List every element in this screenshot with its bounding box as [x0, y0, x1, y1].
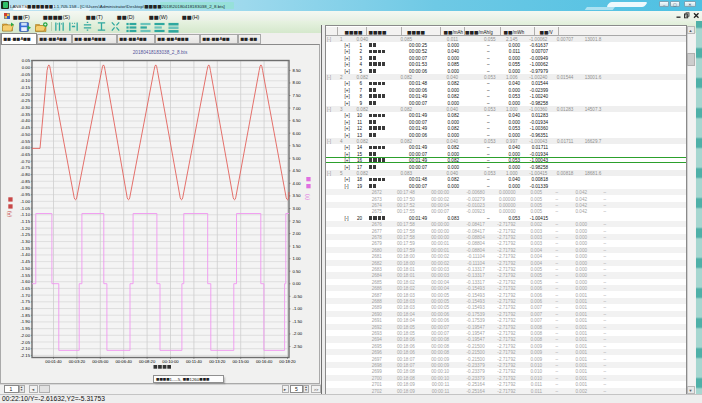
svg-text:-1.50: -1.50 — [293, 319, 303, 324]
svg-text:-0.20: -0.20 — [20, 92, 30, 97]
svg-text:0.50: 0.50 — [293, 269, 302, 274]
svg-text:-0.70: -0.70 — [20, 159, 30, 164]
svg-text:8.50: 8.50 — [293, 68, 302, 73]
svg-text:0.05: 0.05 — [22, 58, 31, 63]
svg-text:00:10:00: 00:10:00 — [162, 359, 179, 364]
svg-text:2.50: 2.50 — [293, 219, 302, 224]
svg-text:-1.75: -1.75 — [20, 299, 30, 304]
svg-text:00:08:20: 00:08:20 — [139, 359, 156, 364]
svg-text:5.00: 5.00 — [293, 156, 302, 161]
svg-text:-1.85: -1.85 — [20, 313, 30, 318]
svg-text:-0.10: -0.10 — [20, 78, 30, 83]
svg-text:3.00: 3.00 — [293, 206, 302, 211]
svg-text:-2.50: -2.50 — [293, 344, 303, 349]
svg-text:-1.15: -1.15 — [20, 219, 30, 224]
svg-text:7.50: 7.50 — [293, 93, 302, 98]
svg-text:-0.05: -0.05 — [20, 72, 30, 77]
svg-text:-2.00: -2.00 — [20, 333, 30, 338]
svg-text:3.50: 3.50 — [293, 193, 302, 198]
svg-text:00:01:40: 00:01:40 — [45, 359, 62, 364]
svg-text:-0.50: -0.50 — [20, 132, 30, 137]
svg-text:-1.05: -1.05 — [20, 206, 30, 211]
svg-text:-0.45: -0.45 — [20, 125, 30, 130]
svg-text:00:03:20: 00:03:20 — [69, 359, 86, 364]
svg-text:-1.80: -1.80 — [20, 306, 30, 311]
svg-text:6.00: 6.00 — [293, 131, 302, 136]
svg-text:-1.25: -1.25 — [20, 232, 30, 237]
svg-text:-0.90: -0.90 — [20, 185, 30, 190]
svg-text:-1.30: -1.30 — [20, 239, 30, 244]
svg-text:4.00: 4.00 — [293, 181, 302, 186]
svg-text:-0.60: -0.60 — [20, 145, 30, 150]
svg-text:(V): (V) — [305, 194, 310, 201]
svg-text:-0.65: -0.65 — [20, 152, 30, 157]
svg-text:-1.60: -1.60 — [20, 279, 30, 284]
svg-text:5.50: 5.50 — [293, 143, 302, 148]
svg-text:1.50: 1.50 — [293, 244, 302, 249]
svg-text:00:11:40: 00:11:40 — [186, 359, 203, 364]
svg-text:-0.30: -0.30 — [20, 105, 30, 110]
svg-text:-0.35: -0.35 — [20, 112, 30, 117]
svg-text:-2.15: -2.15 — [20, 353, 30, 358]
svg-text:0.00: 0.00 — [22, 65, 31, 70]
svg-text:-1.90: -1.90 — [20, 319, 30, 324]
svg-text:00:15:00: 00:15:00 — [233, 359, 250, 364]
svg-text:-2.00: -2.00 — [293, 331, 303, 336]
svg-text:00:13:20: 00:13:20 — [209, 359, 226, 364]
svg-text:00:16:40: 00:16:40 — [256, 359, 273, 364]
svg-text:-0.80: -0.80 — [20, 172, 30, 177]
svg-text:2.00: 2.00 — [293, 231, 302, 236]
svg-text:-1.50: -1.50 — [20, 266, 30, 271]
svg-text:-0.55: -0.55 — [20, 139, 30, 144]
svg-text:-0.50: -0.50 — [293, 294, 303, 299]
svg-text:(A): (A) — [7, 211, 12, 218]
svg-text:00:05:00: 00:05:00 — [92, 359, 109, 364]
svg-text:-1.10: -1.10 — [20, 212, 30, 217]
svg-text:-0.85: -0.85 — [20, 179, 30, 184]
svg-text:-0.40: -0.40 — [20, 118, 30, 123]
svg-text:-1.40: -1.40 — [20, 252, 30, 257]
svg-text:-1.45: -1.45 — [20, 259, 30, 264]
svg-text:-1.20: -1.20 — [20, 226, 30, 231]
svg-text:-0.25: -0.25 — [20, 98, 30, 103]
svg-text:-1.55: -1.55 — [20, 273, 30, 278]
svg-text:-1.65: -1.65 — [20, 286, 30, 291]
svg-text:20180418183038_2_8.bts: 20180418183038_2_8.bts — [133, 50, 188, 55]
svg-text:-1.70: -1.70 — [20, 293, 30, 298]
svg-text:-2.10: -2.10 — [20, 346, 30, 351]
svg-text:6.50: 6.50 — [293, 118, 302, 123]
svg-text:7.00: 7.00 — [293, 106, 302, 111]
svg-text:-1.35: -1.35 — [20, 246, 30, 251]
svg-text:-1.95: -1.95 — [20, 326, 30, 331]
svg-text:4.50: 4.50 — [293, 168, 302, 173]
svg-text:8.00: 8.00 — [293, 80, 302, 85]
svg-text:00:06:40: 00:06:40 — [116, 359, 133, 364]
svg-text:1.00: 1.00 — [293, 256, 302, 261]
svg-text:0.00: 0.00 — [293, 281, 302, 286]
svg-text:00:18:20: 00:18:20 — [279, 359, 296, 364]
svg-text:-0.95: -0.95 — [20, 192, 30, 197]
svg-text:-1.00: -1.00 — [293, 306, 303, 311]
svg-text:-2.05: -2.05 — [20, 340, 30, 345]
svg-text:-0.15: -0.15 — [20, 85, 30, 90]
svg-text:-1.00: -1.00 — [20, 199, 30, 204]
svg-text:-0.75: -0.75 — [20, 165, 30, 170]
